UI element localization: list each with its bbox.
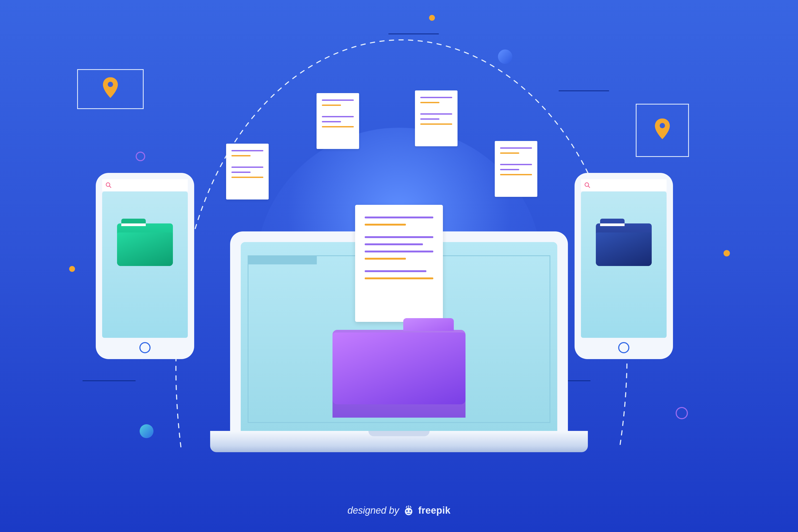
document-line — [322, 99, 354, 101]
document-line — [322, 126, 354, 128]
svg-line-9 — [406, 506, 407, 508]
document-line — [322, 116, 354, 117]
floating-document — [495, 141, 537, 197]
floating-document — [317, 93, 359, 149]
phone-screen — [102, 191, 188, 338]
floating-document — [415, 91, 457, 146]
document-line — [365, 258, 406, 260]
document-line — [420, 118, 439, 120]
folder-tab-highlight — [121, 224, 146, 226]
document-line — [365, 251, 433, 252]
document-line — [420, 97, 452, 98]
document-line — [231, 150, 263, 151]
document-line — [420, 124, 452, 125]
document-line — [500, 164, 532, 165]
document-line — [231, 172, 251, 173]
search-icon — [105, 182, 112, 188]
folder-tab-highlight — [600, 224, 625, 226]
home-button[interactable] — [618, 342, 629, 353]
phone-search-bar[interactable] — [102, 179, 188, 191]
document-line — [231, 155, 251, 156]
folder-front-face — [332, 332, 466, 404]
laptop-notch — [368, 431, 430, 436]
phone-folder — [117, 224, 173, 266]
phone-left — [96, 173, 194, 359]
svg-point-8 — [410, 510, 411, 512]
freepik-logo-icon — [403, 505, 414, 516]
folder-front-tab — [403, 318, 454, 331]
search-icon — [584, 182, 590, 188]
svg-line-5 — [588, 186, 590, 188]
document-line — [500, 169, 519, 170]
document-line — [322, 104, 341, 106]
main-document — [355, 205, 443, 322]
attribution-brand: freepik — [418, 505, 451, 516]
svg-point-7 — [406, 510, 408, 512]
attribution-prefix: designed by — [347, 505, 399, 516]
svg-line-11 — [410, 506, 411, 508]
laptop-base — [210, 431, 588, 452]
document-line — [365, 243, 423, 245]
phone-screen — [581, 191, 667, 338]
phone-search-bar[interactable] — [581, 179, 667, 191]
document-line — [365, 270, 426, 272]
document-line — [500, 152, 519, 154]
document-line — [365, 224, 406, 226]
floating-document — [226, 144, 269, 200]
document-line — [420, 102, 439, 103]
document-line — [231, 167, 263, 168]
document-line — [420, 113, 452, 115]
folder-front — [332, 330, 466, 404]
phone-right — [574, 173, 673, 359]
svg-line-3 — [109, 186, 111, 188]
svg-point-6 — [405, 508, 412, 515]
folder-front — [117, 232, 173, 266]
document-line — [231, 177, 263, 178]
document-line — [365, 216, 433, 218]
document-line — [322, 121, 341, 122]
document-line — [500, 147, 532, 149]
document-line — [365, 278, 433, 279]
folder-front — [596, 232, 652, 266]
attribution: designed by freepik — [347, 505, 451, 516]
document-line — [500, 174, 532, 175]
document-line — [365, 236, 433, 238]
home-button[interactable] — [139, 342, 151, 353]
phone-folder — [596, 224, 652, 266]
